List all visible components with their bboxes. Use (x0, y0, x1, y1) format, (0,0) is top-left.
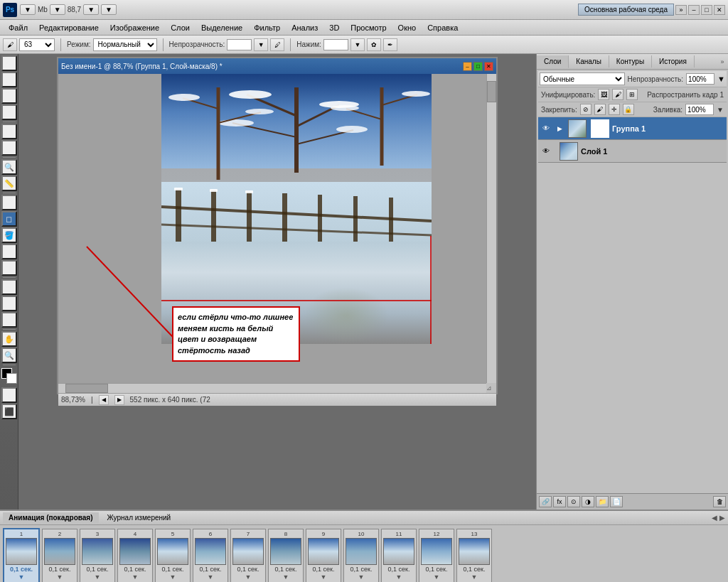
menu-file[interactable]: Файл (3, 22, 33, 33)
add-style-btn[interactable]: fx (553, 496, 566, 507)
canvas-close[interactable]: ✕ (484, 62, 493, 71)
scroll-y-thumb[interactable] (487, 81, 496, 102)
tool-ruler[interactable]: 📏 (1, 176, 17, 191)
tool-crop[interactable]: ⊡ (1, 124, 17, 139)
frame-1[interactable]: 1 0,1 сек. ▼ (3, 528, 40, 582)
status-nav[interactable]: ◀ (99, 395, 109, 405)
tool-eraser[interactable]: ◻ (1, 211, 17, 227)
frame-2[interactable]: 2 0,1 сек. ▼ (42, 529, 77, 582)
airbrush-btn[interactable]: ✿ (367, 38, 381, 51)
frame-6[interactable]: 6 0,1 сек. ▼ (193, 529, 228, 582)
menu-button-3[interactable]: ▼ (83, 4, 99, 15)
tool-shape[interactable]: □ (1, 312, 17, 328)
status-nav2[interactable]: ▶ (114, 395, 124, 405)
lock-pixels[interactable]: 🖌 (594, 104, 606, 115)
layer-expand-group1[interactable]: ▶ (554, 123, 565, 134)
layer-row-group1[interactable]: 👁 ▶ Группа 1 (538, 117, 727, 140)
link-layers-btn[interactable]: 🔗 (539, 496, 552, 507)
opacity-input[interactable]: 64% (227, 39, 252, 50)
menu-button-1[interactable]: ▼ (20, 4, 36, 15)
scroll-x-thumb[interactable] (65, 384, 108, 393)
opacity-input-panel[interactable] (686, 73, 714, 85)
background-color[interactable] (6, 373, 17, 384)
add-layer-btn[interactable]: 📄 (610, 496, 623, 507)
menu-analysis[interactable]: Анализ (286, 22, 323, 33)
fill-input[interactable] (685, 104, 714, 115)
opacity-arrow[interactable]: ▼ (254, 38, 268, 51)
lock-transparent[interactable]: ⊘ (580, 104, 592, 115)
layer-eye-layer1[interactable]: 👁 (541, 146, 551, 156)
tool-paint-bucket[interactable]: 🪣 (1, 227, 17, 243)
tool-brush[interactable]: 🖌 (1, 195, 17, 210)
frame-8[interactable]: 8 0,1 сек. ▼ (268, 529, 304, 582)
tool-move[interactable]: ↖ (1, 55, 17, 71)
lock-position[interactable]: ✛ (609, 104, 620, 115)
frame-3[interactable]: 3 0,1 сек. ▼ (80, 529, 115, 582)
tool-marquee[interactable]: ⬚ (1, 72, 17, 87)
tablet-btn[interactable]: ✒ (383, 38, 397, 51)
add-adjustment-btn[interactable]: ◑ (582, 496, 594, 507)
frame-12[interactable]: 12 0,1 сек. ▼ (419, 529, 454, 582)
minimize-button[interactable]: – (688, 5, 700, 15)
tool-eyedropper[interactable]: 🔍 (1, 159, 17, 175)
menu-view[interactable]: Просмотр (345, 22, 392, 33)
frame-10[interactable]: 10 0,1 сек. ▼ (343, 529, 379, 582)
menu-edit[interactable]: Редактирование (33, 22, 105, 33)
menu-help[interactable]: Справка (422, 22, 464, 33)
canvas-scroll-x[interactable] (58, 383, 486, 393)
unify-btn-2[interactable]: 🖌 (612, 89, 623, 100)
menu-layers[interactable]: Слои (165, 22, 196, 33)
close-button[interactable]: ✕ (714, 5, 725, 15)
tool-zoom[interactable]: 🔍 (1, 347, 17, 363)
brush-size-select[interactable]: 63 (19, 38, 55, 51)
layer-row-layer1[interactable]: 👁 Слой 1 (538, 140, 727, 163)
menu-button-4[interactable]: ▼ (101, 4, 117, 15)
layer-eye-group1[interactable]: 👁 (541, 124, 551, 134)
tool-pen[interactable]: ✒ (1, 279, 17, 295)
opacity-icon[interactable]: 🖊 (270, 38, 284, 51)
menu-select[interactable]: Выделение (196, 22, 248, 33)
tool-dodge[interactable]: ◑ (1, 260, 17, 276)
canvas-scroll-y[interactable] (486, 74, 496, 383)
frame-11[interactable]: 11 0,1 сек. ▼ (381, 529, 417, 582)
timeline-tab-journal[interactable]: Журнал измерений (102, 512, 177, 523)
window-extra[interactable]: » (675, 5, 687, 15)
color-swatch[interactable] (1, 368, 17, 384)
frame-13[interactable]: 13 0,1 сек. ▼ (456, 529, 492, 582)
timeline-collapse[interactable]: ◀ ▶ (712, 514, 725, 522)
frame-4[interactable]: 4 0,1 сек. ▼ (117, 529, 153, 582)
flow-input[interactable]: 100% (323, 39, 348, 50)
tool-mask-mode[interactable]: ⊘ (1, 387, 17, 403)
maximize-button[interactable]: □ (701, 5, 712, 15)
menu-3d[interactable]: 3D (323, 22, 345, 33)
menu-window[interactable]: Окно (392, 22, 422, 33)
mode-select[interactable]: Нормальный (93, 38, 157, 51)
tool-magic-wand[interactable]: ✦ (1, 104, 17, 120)
tool-slice[interactable]: ⊙ (1, 140, 17, 156)
menu-image[interactable]: Изображение (105, 22, 165, 33)
frame-5[interactable]: 5 0,1 сек. ▼ (155, 529, 191, 582)
add-mask-btn[interactable]: ⊙ (567, 496, 580, 507)
frame-7[interactable]: 7 0,1 сек. ▼ (230, 529, 266, 582)
flow-arrow[interactable]: ▼ (350, 38, 365, 51)
tab-channels[interactable]: Каналы (569, 55, 609, 68)
unify-btn-3[interactable]: ⊞ (626, 89, 638, 100)
add-group-btn[interactable]: 📁 (596, 496, 609, 507)
tool-lasso[interactable]: ⌒ (1, 88, 17, 104)
tab-history[interactable]: История (652, 55, 695, 68)
timeline-tab-animation[interactable]: Анимация (покадровая) (3, 512, 99, 523)
tool-text[interactable]: T (1, 296, 17, 311)
brush-preset-btn[interactable]: 🖌 (3, 38, 17, 51)
lock-all[interactable]: 🔒 (623, 104, 634, 115)
unify-btn-1[interactable]: 🖼 (598, 89, 609, 100)
blend-mode-select[interactable]: Обычные (540, 72, 625, 85)
menu-filter[interactable]: Фильтр (248, 22, 286, 33)
menu-button-2[interactable]: ▼ (50, 4, 65, 15)
canvas-maximize[interactable]: □ (473, 62, 483, 71)
tool-blur[interactable]: ◉ (1, 244, 17, 259)
tab-layers[interactable]: Слои (537, 55, 569, 68)
workspace-button[interactable]: Основная рабочая среда (578, 4, 674, 16)
tool-screen-mode[interactable]: ⬛ (1, 404, 17, 419)
tab-paths[interactable]: Контуры (609, 55, 652, 68)
panel-collapse-arrow[interactable]: » (717, 58, 728, 65)
